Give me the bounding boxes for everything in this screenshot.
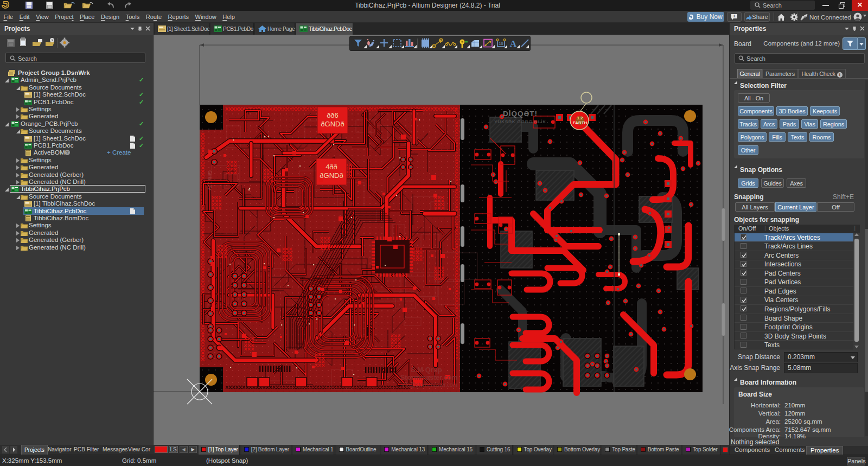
svg-text:1.2: 1.2 — [577, 116, 583, 120]
svg-text:+: + — [733, 14, 736, 19]
svg-text:DİQQƏT!: DİQQƏT! — [503, 110, 538, 118]
svg-text:10: 10 — [499, 42, 503, 46]
svg-text:ðGNDð: ðGNDð — [321, 120, 344, 128]
svg-text:info@stormmaster.com: info@stormmaster.com — [401, 382, 457, 388]
svg-text:ðGNDð: ðGNDð — [320, 171, 343, 180]
svg-text:Giris 12V: Giris 12V — [207, 170, 213, 190]
svg-text:YÜKSƏK GƏRGİNLİK: YÜKSƏK GƏRGİNLİK — [494, 119, 546, 124]
svg-text:Stormmaster.com: Stormmaster.com — [400, 374, 458, 381]
svg-text:ðð6: ðð6 — [327, 111, 339, 119]
svg-text:FARTH: FARTH — [573, 120, 588, 125]
svg-text:S.M Qrup: S.M Qrup — [411, 366, 442, 374]
svg-text:4ðð: 4ðð — [326, 163, 337, 171]
svg-text:A: A — [510, 39, 517, 49]
